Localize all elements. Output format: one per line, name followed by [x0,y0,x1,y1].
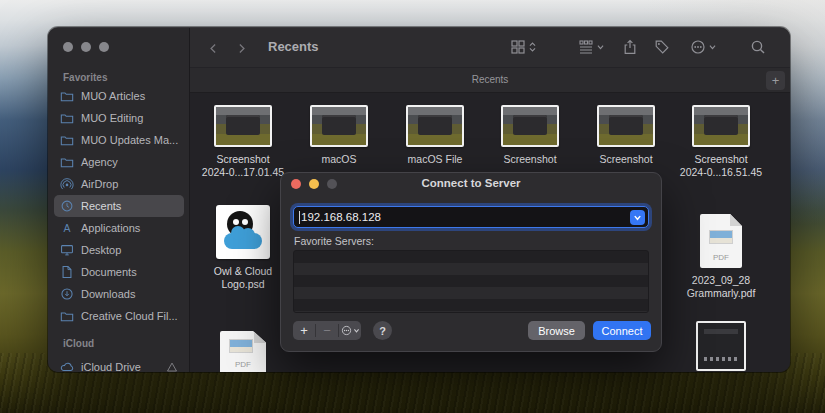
dialog-title: Connect to Server [281,177,661,189]
sidebar-list: MUO Articles MUO Editing MUO Updates Ma.… [54,85,184,327]
pdf-file-icon: PDF [700,214,742,268]
address-history-dropdown[interactable] [630,210,645,225]
sidebar-item-muo-editing[interactable]: MUO Editing [54,107,184,129]
ellipsis-circle-icon [341,325,352,336]
file-item[interactable]: Screenshot2024-0...17.01.45 [197,105,289,179]
folder-icon [60,89,74,103]
sidebar-item-icloud-drive[interactable]: iCloud Drive [54,356,184,372]
chevron-down-icon [633,213,642,222]
file-item[interactable]: Screenshot [484,105,576,166]
sidebar-item-label: Recents [81,200,121,212]
sidebar-item-label: Downloads [81,288,135,300]
sidebar-item-agency[interactable]: Agency [54,151,184,173]
forward-button[interactable] [232,39,250,57]
window-traffic-lights[interactable] [63,42,109,52]
sidebar-item-creative-cloud[interactable]: Creative Cloud Fil... [54,305,184,327]
code-thumbnail [696,321,746,371]
remove-server-button[interactable]: − [316,321,338,340]
sidebar-item-label: iCloud Drive [81,361,141,372]
download-icon [60,287,74,301]
folder-icon [60,111,74,125]
tag-icon [654,39,670,55]
server-address-field[interactable]: 192.168.68.128 [293,206,649,228]
psd-thumbnail [216,205,270,259]
more-actions-button[interactable] [690,39,717,55]
folder-icon [60,133,74,147]
list-edit-segmented-control: + − [293,321,361,340]
tags-button[interactable] [654,39,670,55]
sidebar-item-label: Agency [81,156,118,168]
view-options-button[interactable] [510,39,537,55]
sidebar-item-muo-updates[interactable]: MUO Updates Ma... [54,129,184,151]
zoom-button[interactable] [99,42,109,52]
cloud-icon [60,360,74,372]
sidebar-item-label: MUO Articles [81,90,145,102]
group-by-button[interactable] [578,39,605,55]
share-button[interactable] [622,39,638,55]
search-button[interactable] [750,39,766,55]
sidebar-item-desktop[interactable]: Desktop [54,239,184,261]
file-item[interactable]: Screenshot2024-0...16.51.45 [675,105,767,179]
file-name: 2024-0...17.01.45 [197,166,289,179]
chevron-up-down-icon [528,41,537,53]
chevron-down-icon [596,41,605,53]
file-item[interactable]: macOS File [389,105,481,166]
document-icon [60,265,74,279]
help-button[interactable]: ? [373,321,392,340]
file-name: 2024-0...16.51.45 [675,166,767,179]
screenshot-thumbnail [597,105,655,147]
file-name: Screenshot [484,153,576,166]
chevron-down-icon [708,41,717,53]
chevron-down-icon [353,327,360,334]
sidebar-icloud-header: iCloud [63,338,94,349]
new-tab-button[interactable]: + [766,71,785,90]
screenshot-thumbnail [310,105,368,147]
favorite-servers-label: Favorite Servers: [294,235,374,247]
share-icon [622,39,638,55]
finder-tabbar: Recents + [190,67,790,93]
file-item[interactable] [675,321,767,371]
sidebar-item-label: AirDrop [81,178,118,190]
file-name: macOS [293,153,385,166]
text-caret [299,211,300,224]
search-icon [750,39,766,55]
pdf-file-icon: PDF [220,331,266,372]
sidebar-item-muo-articles[interactable]: MUO Articles [54,85,184,107]
sidebar-item-applications[interactable]: A Applications [54,217,184,239]
file-item[interactable]: Owl & CloudLogo.psd [197,205,289,291]
connect-button[interactable]: Connect [593,321,651,340]
file-name: Screenshot [197,153,289,166]
file-item[interactable]: Screenshot [580,105,672,166]
server-action-menu-button[interactable] [339,321,361,340]
back-button[interactable] [204,39,222,57]
server-address-value: 192.168.68.128 [301,207,381,227]
favorite-servers-list[interactable] [293,250,649,313]
folder-icon [60,309,74,323]
file-name: Grammarly.pdf [675,287,767,300]
file-name: Owl & Cloud [197,265,289,278]
file-name: Screenshot [580,153,672,166]
file-name: macOS File [389,153,481,166]
file-item[interactable]: PDF [197,331,289,372]
sidebar-item-recents[interactable]: Recents [54,195,184,217]
sidebar-item-label: MUO Editing [81,112,143,124]
grid-view-icon [510,39,526,55]
browse-button[interactable]: Browse [528,321,585,340]
toolbar-title: Recents [268,39,319,54]
tab-recents[interactable]: Recents [190,74,790,85]
sidebar-item-label: Creative Cloud Fil... [81,310,178,322]
file-item[interactable]: PDF 2023_09_28Grammarly.pdf [675,214,767,300]
add-server-button[interactable]: + [293,321,315,340]
file-name: Screenshot [675,153,767,166]
file-item[interactable]: macOS [293,105,385,166]
screenshot-thumbnail [501,105,559,147]
sidebar-item-label: Desktop [81,244,121,256]
warning-icon [166,361,178,372]
sidebar-item-documents[interactable]: Documents [54,261,184,283]
sidebar-item-airdrop[interactable]: AirDrop [54,173,184,195]
connect-to-server-dialog: Connect to Server 192.168.68.128 Favorit… [280,172,662,352]
airdrop-icon [60,177,74,191]
minimize-button[interactable] [81,42,91,52]
sidebar-item-downloads[interactable]: Downloads [54,283,184,305]
close-button[interactable] [63,42,73,52]
